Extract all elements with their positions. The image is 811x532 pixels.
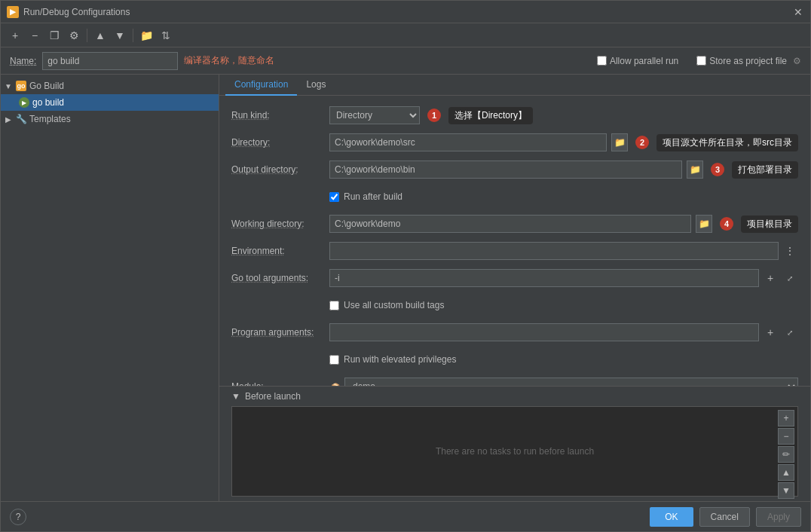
run-after-build-label[interactable]: Run after build (329, 191, 402, 202)
ok-button[interactable]: OK (650, 507, 693, 527)
run-after-build-text: Run after build (344, 191, 402, 202)
apply-button[interactable]: Apply (756, 507, 801, 527)
form-area: Run kind: File Package Directory 1 选择【Di… (219, 96, 810, 386)
run-kind-dropdown-wrap: File Package Directory (329, 106, 420, 124)
sidebar-item-go-build-child[interactable]: ▶ go build (1, 94, 219, 111)
store-project-checkbox[interactable] (696, 56, 706, 66)
go-tool-args-add-button[interactable]: + (762, 270, 779, 286)
program-args-label: Program arguments: (231, 327, 329, 338)
go-tool-args-label: Go tool arguments: (231, 273, 329, 283)
remove-config-button[interactable]: − (26, 27, 43, 44)
custom-build-tags-text: Use all custom build tags (344, 300, 444, 310)
directory-input[interactable] (329, 133, 607, 151)
run-debug-dialog: ▶ Run/Debug Configurations ✕ + − ❐ ⚙ ▲ ▼… (0, 0, 811, 532)
before-launch-remove-button[interactable]: − (778, 428, 794, 445)
environment-input[interactable] (329, 242, 779, 260)
working-dir-input[interactable] (329, 215, 691, 233)
store-project-gear-icon[interactable]: ⚙ (793, 56, 801, 66)
program-args-input[interactable] (329, 323, 759, 341)
go-tool-args-expand-button[interactable]: ⤢ (782, 270, 798, 286)
store-project-label: Store as project file (709, 56, 787, 66)
go-build-icon: go (16, 81, 26, 91)
working-dir-badge: 4 (720, 217, 733, 231)
before-launch-down-button[interactable]: ▼ (778, 482, 794, 499)
before-launch-label: Before launch (245, 391, 301, 402)
run-elevated-label[interactable]: Run with elevated privileges (329, 354, 456, 365)
run-kind-badge: 1 (427, 109, 441, 122)
go-tool-args-input[interactable] (329, 269, 759, 287)
directory-browse-button[interactable]: 📁 (611, 133, 628, 151)
run-kind-annotation: 选择【Directory】 (448, 107, 533, 124)
module-select[interactable]: demo (344, 378, 798, 386)
custom-build-tags-checkbox[interactable] (329, 301, 339, 310)
directory-row: Directory: 📁 2 项目源文件所在目录，即src目录 (231, 132, 798, 153)
move-up-button[interactable]: ▲ (92, 27, 109, 44)
folder-button[interactable]: 📁 (138, 27, 155, 44)
environment-edit-button[interactable]: ⋮ (782, 243, 798, 259)
go-tool-args-control: + ⤢ (329, 269, 798, 287)
bottom-bar: ? OK Cancel Apply (1, 501, 810, 531)
run-elevated-checkbox[interactable] (329, 355, 339, 365)
close-button[interactable]: ✕ (792, 6, 804, 18)
main-panel: Configuration Logs Run kind: File Packag… (219, 75, 810, 501)
allow-parallel-label: Allow parallel run (610, 56, 678, 66)
before-launch-add-button[interactable]: + (778, 410, 794, 427)
module-select-wrap: 📦 demo (329, 378, 798, 386)
run-after-build-control: Run after build (329, 191, 798, 202)
module-control: 📦 demo (329, 378, 798, 386)
name-label: Name: (10, 56, 36, 66)
sidebar-item-templates[interactable]: ▶ 🔧 Templates (1, 111, 219, 127)
run-kind-dropdown[interactable]: File Package Directory (329, 106, 420, 124)
output-dir-badge: 3 (711, 163, 724, 176)
output-dir-input[interactable] (329, 161, 682, 179)
sort-button[interactable]: ⇅ (158, 27, 174, 44)
content-area: ▼ go Go Build ▶ go build ▶ 🔧 Templates C… (1, 75, 810, 501)
before-launch-section: ▼ Before launch There are no tasks to ru… (219, 386, 810, 501)
run-elevated-text: Run with elevated privileges (344, 354, 456, 365)
tabs-bar: Configuration Logs (219, 75, 810, 96)
tab-logs[interactable]: Logs (297, 75, 335, 96)
directory-annotation: 项目源文件所在目录，即src目录 (656, 134, 798, 151)
program-args-add-button[interactable]: + (762, 324, 779, 341)
working-dir-browse-button[interactable]: 📁 (696, 215, 712, 233)
before-launch-header[interactable]: ▼ Before launch (231, 391, 798, 402)
run-icon: ▶ (19, 97, 29, 108)
before-launch-arrow-icon: ▼ (231, 391, 240, 402)
module-icon: 📦 (329, 381, 341, 386)
copy-config-button[interactable]: ❐ (46, 27, 63, 44)
module-row: Module: 📦 demo (231, 376, 798, 386)
run-kind-row: Run kind: File Package Directory 1 选择【Di… (231, 105, 798, 126)
directory-badge: 2 (635, 136, 649, 149)
working-dir-row: Working directory: 📁 4 项目根目录 (231, 213, 798, 234)
output-dir-browse-button[interactable]: 📁 (687, 161, 703, 179)
run-kind-control: File Package Directory 1 选择【Directory】 (329, 106, 798, 124)
program-args-expand-button[interactable]: ⤢ (782, 324, 798, 341)
run-after-build-checkbox[interactable] (329, 192, 339, 202)
output-dir-label: Output directory: (231, 164, 329, 175)
before-launch-up-button[interactable]: ▲ (778, 464, 794, 481)
before-launch-edit-button[interactable]: ✏ (778, 446, 794, 463)
output-dir-annotation: 打包部署目录 (732, 161, 798, 179)
toolbar: + − ❐ ⚙ ▲ ▼ 📁 ⇅ (1, 23, 810, 47)
run-elevated-row: Run with elevated privileges (231, 349, 798, 370)
tab-configuration[interactable]: Configuration (225, 75, 297, 96)
add-config-button[interactable]: + (7, 27, 23, 44)
sidebar-label-go-build-child: go build (32, 97, 64, 108)
sidebar-item-go-build-parent[interactable]: ▼ go Go Build (1, 78, 219, 94)
environment-row: Environment: ⋮ (231, 240, 798, 261)
dialog-icon: ▶ (7, 6, 19, 18)
allow-parallel-checkbox[interactable] (597, 56, 607, 66)
before-launch-buttons: + − ✏ ▲ ▼ (778, 410, 794, 499)
directory-label: Directory: (231, 137, 329, 148)
templates-wrench-icon: 🔧 (16, 114, 26, 124)
program-args-control: + ⤢ (329, 323, 798, 341)
module-label: Module: (231, 381, 329, 386)
custom-build-tags-label[interactable]: Use all custom build tags (329, 300, 444, 310)
help-button[interactable]: ? (10, 509, 26, 525)
move-down-button[interactable]: ▼ (112, 27, 128, 44)
working-dir-control: 📁 4 项目根目录 (329, 215, 798, 233)
name-input[interactable] (42, 52, 178, 70)
settings-button[interactable]: ⚙ (66, 27, 82, 44)
allow-parallel-wrap: Allow parallel run (597, 56, 678, 66)
cancel-button[interactable]: Cancel (699, 507, 750, 527)
